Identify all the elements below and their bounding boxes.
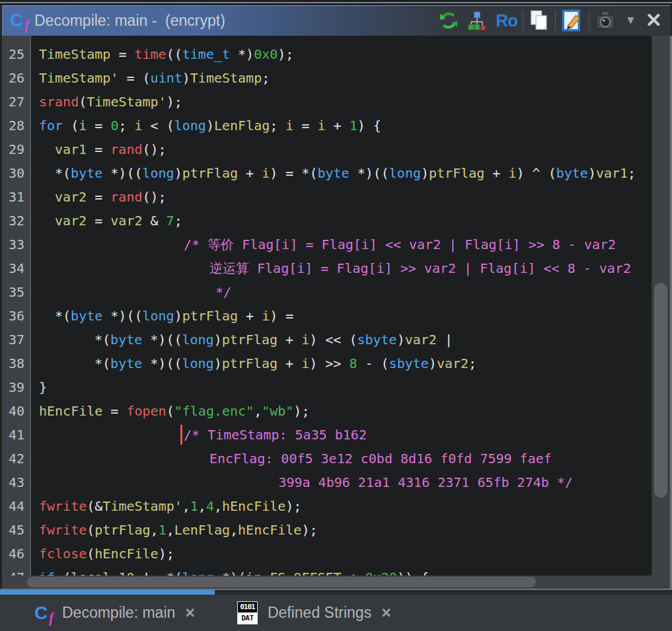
decompile-window: C f Decompile: main - (encrypt) [0, 0, 672, 631]
decompiler-code-panel: 25TimeStamp = time((time_t *)0x0);26Time… [2, 36, 670, 589]
code-text: var2 = var2 & 7; [30, 209, 652, 233]
code-text: EncFlag: 00f5 3e12 c0bd 8d16 f0fd 7599 f… [30, 447, 652, 470]
code-text: *(byte *)((long)ptrFlag + i) = [30, 304, 652, 328]
line-number: 46 [2, 542, 30, 566]
tab-defined-strings[interactable]: 0101 DAT Defined Strings × [237, 601, 391, 624]
vertical-scrollbar[interactable] [652, 36, 670, 575]
code-line[interactable]: 41/* TimeStamp: 5a35 b162 [2, 423, 652, 447]
tab-close-icon[interactable]: × [381, 605, 391, 621]
code-text: *(byte *)((long)ptrFlag + i) >> 8 - (sby… [30, 352, 652, 375]
line-number: 30 [2, 161, 30, 185]
code-text: */ [30, 280, 652, 304]
code-text: *(byte *)((long)ptrFlag + i) << (sbyte)v… [30, 328, 652, 352]
horizontal-scrollbar[interactable] [2, 575, 652, 589]
tab-decompile-main[interactable]: C f Decompile: main × [34, 603, 195, 624]
line-number: 44 [2, 494, 30, 518]
line-number: 31 [2, 185, 30, 209]
close-icon[interactable]: ✕ [646, 11, 662, 30]
line-number: 36 [2, 304, 30, 328]
code-text: *(byte *)((long)ptrFlag + i) = *(byte *)… [30, 161, 652, 185]
code-listing: 25TimeStamp = time((time_t *)0x0);26Time… [2, 36, 652, 575]
refresh-icon[interactable] [439, 10, 459, 31]
code-text: 逆运算 Flag[i] = Flag[i] >> var2 | Flag[i] … [30, 256, 652, 280]
horizontal-scrollbar-thumb[interactable] [27, 577, 536, 587]
line-number: 25 [2, 42, 30, 66]
edit-icon[interactable] [561, 9, 583, 32]
line-number: 42 [2, 447, 30, 470]
text-cursor [180, 425, 182, 445]
code-line[interactable]: 28for (i = 0; i < (long)LenFlag; i = i +… [2, 114, 652, 137]
code-text: fwrite(ptrFlag,1,LenFlag,hEncFile); [30, 518, 652, 542]
copy-icon[interactable] [529, 9, 550, 32]
line-number: 43 [2, 470, 30, 494]
code-line[interactable]: 27srand(TimeStamp'); [2, 90, 652, 114]
code-text: for (i = 0; i < (long)LenFlag; i = i + 1… [30, 114, 652, 137]
code-text: fclose(hEncFile); [30, 542, 652, 566]
line-number: 27 [2, 90, 30, 114]
line-number: 28 [2, 114, 30, 137]
window-frame-line [0, 2, 672, 3]
ro-button[interactable]: Ro [496, 11, 517, 31]
code-line[interactable]: 33/* 等价 Flag[i] = Flag[i] << var2 | Flag… [2, 233, 652, 256]
dropdown-arrow-icon[interactable]: ▼ [625, 14, 636, 27]
code-text: TimeStamp' = (uint)TimeStamp; [30, 66, 652, 90]
code-line[interactable]: 43399a 4b96 21a1 4316 2371 65fb 274b */ [2, 470, 652, 494]
code-line[interactable]: 46fclose(hEncFile); [2, 542, 652, 566]
code-line[interactable]: 35*/ [2, 280, 652, 304]
window-title: Decompile: main - (encrypt) [34, 12, 225, 30]
code-text: var1 = rand(); [30, 137, 652, 161]
line-number: 37 [2, 328, 30, 352]
active-tab-indicator [0, 590, 215, 595]
code-line[interactable]: 26TimeStamp' = (uint)TimeStamp; [2, 66, 652, 90]
code-line[interactable]: 45fwrite(ptrFlag,1,LenFlag,hEncFile); [2, 518, 652, 542]
decompiler-c-icon: C f [10, 10, 28, 31]
line-number: 40 [2, 399, 30, 423]
code-text: 399a 4b96 21a1 4316 2371 65fb 274b */ [30, 470, 652, 494]
code-line[interactable]: 37*(byte *)((long)ptrFlag + i) << (sbyte… [2, 328, 652, 352]
code-text: var2 = rand(); [30, 185, 652, 209]
vertical-scrollbar-thumb[interactable] [654, 283, 667, 498]
code-text: hEncFile = fopen("flag.enc","wb"); [30, 399, 652, 423]
code-text: fwrite(&TimeStamp',1,4,hEncFile); [30, 494, 652, 518]
code-line[interactable]: 39} [2, 375, 652, 399]
toolbar-separator [555, 11, 556, 30]
code-line[interactable]: 31var2 = rand(); [2, 185, 652, 209]
tab-label: Decompile: main [62, 604, 175, 622]
code-line[interactable]: 29var1 = rand(); [2, 137, 652, 161]
line-number: 29 [2, 137, 30, 161]
code-text: TimeStamp = time((time_t *)0x0); [30, 42, 652, 66]
line-number: 38 [2, 352, 30, 375]
window-left-frame [0, 36, 2, 589]
code-line[interactable]: 38*(byte *)((long)ptrFlag + i) >> 8 - (s… [2, 352, 652, 375]
code-line[interactable]: 36*(byte *)((long)ptrFlag + i) = [2, 304, 652, 328]
tab-label: Defined Strings [268, 604, 371, 622]
line-number: 33 [2, 233, 30, 256]
snapshot-camera-icon[interactable] [595, 10, 616, 31]
code-line[interactable]: 30*(byte *)((long)ptrFlag + i) = *(byte … [2, 161, 652, 185]
code-text: /* 等价 Flag[i] = Flag[i] << var2 | Flag[i… [30, 233, 652, 256]
code-viewport[interactable]: 25TimeStamp = time((time_t *)0x0);26Time… [2, 36, 652, 575]
line-number: 41 [2, 423, 30, 447]
line-number: 26 [2, 66, 30, 90]
tab-bar: C f Decompile: main × 0101 DAT Defined S… [0, 595, 672, 631]
line-number: 39 [2, 375, 30, 399]
code-line[interactable]: 25TimeStamp = time((time_t *)0x0); [2, 42, 652, 66]
line-number: 47 [2, 566, 30, 575]
code-text: if (local_10 != *(long *)(in_FS_OFFSET +… [30, 566, 652, 575]
tab-close-icon[interactable]: × [185, 605, 195, 621]
code-line[interactable]: 34逆运算 Flag[i] = Flag[i] >> var2 | Flag[i… [2, 256, 652, 280]
scrollbar-corner [652, 575, 670, 589]
graph-view-icon[interactable] [468, 11, 486, 30]
code-line[interactable]: 42EncFlag: 00f5 3e12 c0bd 8d16 f0fd 7599… [2, 447, 652, 470]
code-text: /* TimeStamp: 5a35 b162 [30, 423, 652, 447]
toolbar-separator [589, 11, 589, 30]
code-line[interactable]: 32var2 = var2 & 7; [2, 209, 652, 233]
code-line[interactable]: 40hEncFile = fopen("flag.enc","wb"); [2, 399, 652, 423]
code-line[interactable]: 47if (local_10 != *(long *)(in_FS_OFFSET… [2, 566, 652, 575]
titlebar[interactable]: C f Decompile: main - (encrypt) [2, 5, 670, 36]
code-text: } [30, 375, 652, 399]
code-line[interactable]: 44fwrite(&TimeStamp',1,4,hEncFile); [2, 494, 652, 518]
line-number: 35 [2, 280, 30, 304]
binary-data-icon: 0101 DAT [237, 601, 258, 624]
line-number: 45 [2, 518, 30, 542]
